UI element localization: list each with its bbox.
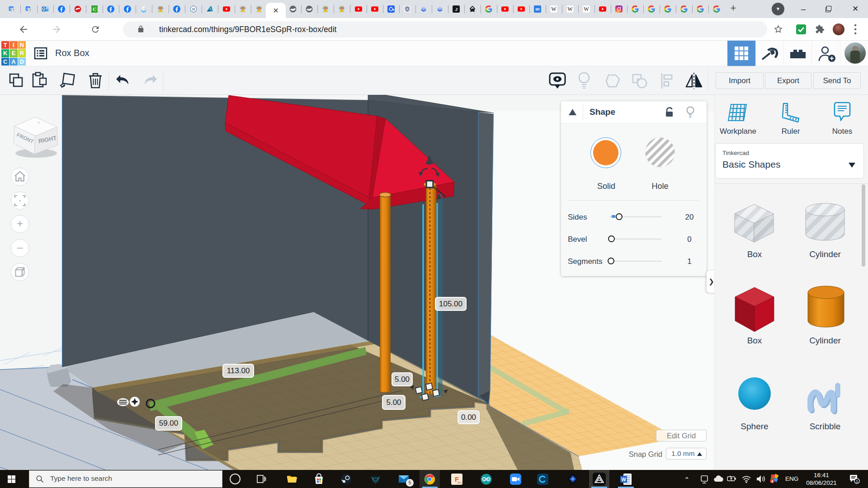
svg-text:4: 4 xyxy=(771,479,774,483)
svg-text:360: 360 xyxy=(457,481,462,484)
svg-text:1: 1 xyxy=(856,479,858,483)
svg-text:W: W xyxy=(621,477,626,482)
